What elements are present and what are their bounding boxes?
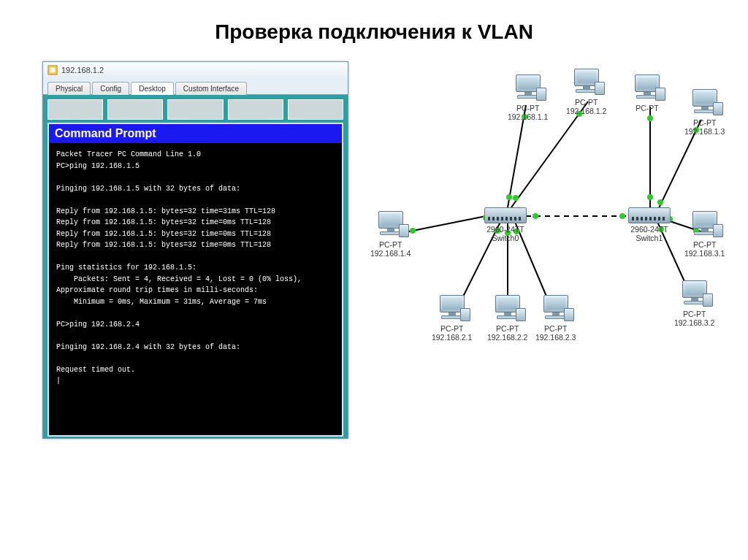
pc-node[interactable]: PC-PT 192.168.1.1 bbox=[508, 74, 548, 121]
pc-node[interactable]: PC-PT bbox=[632, 74, 663, 112]
pc-node[interactable]: PC-PT 192.168.1.3 bbox=[684, 89, 725, 136]
thumb-icon[interactable] bbox=[107, 99, 163, 120]
app-icon bbox=[47, 65, 58, 75]
command-prompt-output[interactable]: Packet Tracer PC Command Line 1.0 PC>pin… bbox=[49, 143, 342, 435]
slide-title: Проверка подключения к VLAN bbox=[0, 20, 748, 44]
desktop-thumbnails bbox=[47, 99, 343, 120]
tab-config[interactable]: Config bbox=[92, 82, 129, 95]
pc-node[interactable]: PC-PT 192.168.1.4 bbox=[370, 211, 411, 258]
pc-node[interactable]: PC-PT 192.168.2.1 bbox=[432, 295, 472, 342]
thumb-icon[interactable] bbox=[167, 99, 223, 120]
svg-point-28 bbox=[647, 115, 653, 121]
window-titlebar: 192.168.1.2 bbox=[43, 62, 348, 78]
svg-point-26 bbox=[619, 213, 625, 219]
packet-tracer-window: 192.168.1.2 Physical Config Desktop Cust… bbox=[42, 61, 348, 439]
window-title: 192.168.1.2 bbox=[61, 66, 104, 74]
switch-node[interactable]: 2960-24TT Switch0 bbox=[484, 207, 527, 242]
svg-rect-1 bbox=[50, 68, 56, 73]
pc-node[interactable]: PC-PT 192.168.2.2 bbox=[487, 295, 527, 342]
svg-point-17 bbox=[513, 195, 519, 201]
thumb-icon[interactable] bbox=[228, 99, 283, 120]
thumb-icon[interactable] bbox=[47, 99, 103, 120]
tab-desktop[interactable]: Desktop bbox=[131, 82, 174, 95]
thumb-icon[interactable] bbox=[288, 99, 343, 120]
topology-diagram: PC-PT 192.168.1.1 PC-PT 192.168.1.2 PC-P… bbox=[369, 61, 706, 419]
tab-bar: Physical Config Desktop Custom Interface bbox=[43, 78, 348, 95]
svg-point-29 bbox=[657, 199, 663, 205]
desktop-area: Command Prompt Packet Tracer PC Command … bbox=[43, 95, 348, 438]
command-prompt-window: Command Prompt Packet Tracer PC Command … bbox=[47, 123, 343, 437]
pc-node[interactable]: PC-PT 192.168.2.3 bbox=[535, 295, 576, 342]
svg-point-15 bbox=[506, 194, 512, 200]
switch-node[interactable]: 2960-24TT Switch1 bbox=[628, 207, 671, 242]
tab-custom-interface[interactable]: Custom Interface bbox=[175, 82, 247, 95]
tab-physical[interactable]: Physical bbox=[47, 82, 91, 95]
pc-node[interactable]: PC-PT 192.168.3.2 bbox=[674, 280, 714, 327]
pc-node[interactable]: PC-PT 192.168.1.2 bbox=[566, 69, 606, 115]
svg-point-27 bbox=[647, 194, 653, 200]
command-prompt-title: Command Prompt bbox=[49, 124, 342, 143]
pc-node[interactable]: PC-PT 192.168.3.1 bbox=[684, 211, 725, 258]
svg-point-25 bbox=[533, 213, 538, 219]
